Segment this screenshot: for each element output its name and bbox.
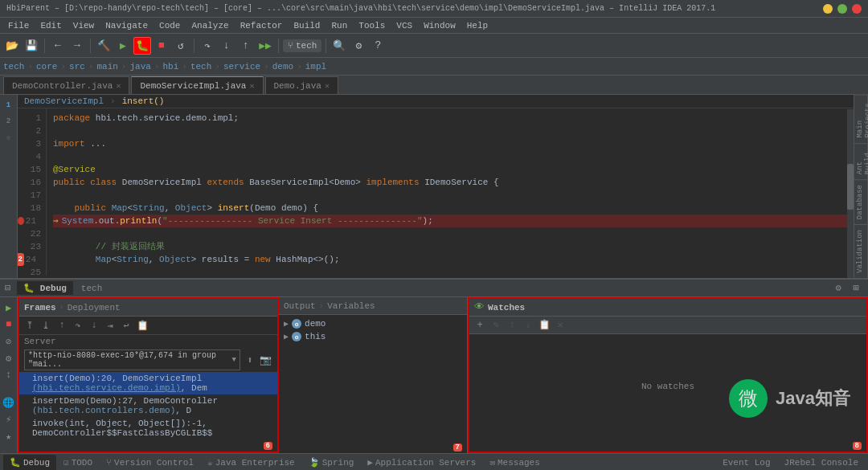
toolbar-settings[interactable]: ⚙ — [350, 37, 367, 55]
sidebar-fav[interactable]: ☆ — [2, 130, 16, 145]
menu-window[interactable]: Window — [419, 19, 461, 32]
rvt-ant-build[interactable]: Ant Build — [854, 143, 868, 179]
toolbar-stop[interactable]: ■ — [153, 37, 170, 55]
nav-hbi[interactable]: hbi — [162, 62, 178, 72]
toolbar-resume[interactable]: ▶▶ — [256, 37, 274, 55]
nav-tech2[interactable]: tech — [190, 62, 211, 72]
toolbar-branch[interactable]: ⑂ tech — [283, 39, 321, 52]
rvt-database[interactable]: Database — [854, 179, 868, 224]
frames-tb-1[interactable]: ⤒ — [23, 318, 37, 333]
watches-edit[interactable]: ✎ — [489, 318, 503, 333]
frame-item-0[interactable]: insert(Demo):20, DemoServiceImpl (hbi.te… — [19, 372, 277, 394]
tab-close-demoserviceimpl[interactable]: ✕ — [249, 81, 254, 91]
menu-file[interactable]: File — [3, 19, 34, 32]
frames-camera[interactable]: 📷 — [260, 353, 272, 367]
var-expand-this[interactable]: ▶ — [284, 332, 289, 341]
bottom-tab-je[interactable]: ☕ Java Enterprise — [201, 455, 301, 471]
bottom-tab-vc[interactable]: ⑂ Version Control — [100, 455, 200, 471]
tab-democontroller[interactable]: DemoController.java ✕ — [3, 76, 129, 94]
frames-tb-3[interactable]: ↑ — [55, 318, 69, 333]
variables-content[interactable]: ▶ o demo ▶ o this — [279, 315, 467, 440]
minimize-button[interactable] — [823, 4, 833, 14]
debug-mute[interactable]: ⊘ — [2, 334, 16, 349]
bottom-tab-appservers[interactable]: ▶ Application Servers — [361, 455, 482, 471]
frames-content[interactable]: insert(Demo):20, DemoServiceImpl (hbi.te… — [19, 372, 277, 439]
editor-scrollbar[interactable] — [847, 109, 854, 278]
debug-tab-debug[interactable]: 🐛 Debug — [17, 281, 73, 295]
close-button[interactable] — [852, 4, 862, 14]
menu-tools[interactable]: Tools — [354, 19, 390, 32]
watches-down[interactable]: ↓ — [521, 318, 535, 333]
frames-tb-6[interactable]: ⇥ — [103, 318, 117, 333]
bottom-tab-todo[interactable]: ☑ TODO — [57, 455, 99, 471]
toolbar-forward[interactable]: → — [68, 37, 86, 55]
menu-refactor[interactable]: Refactor — [235, 19, 288, 32]
tab-close-demo[interactable]: ✕ — [325, 81, 330, 91]
debug-stop[interactable]: ■ — [2, 317, 16, 332]
nav-service[interactable]: service — [223, 62, 260, 72]
toolbar-help[interactable]: ? — [369, 37, 387, 55]
nav-breadcrumb[interactable]: tech › core › src › main › java › hbi › … — [3, 62, 326, 72]
debug-collapse[interactable]: ⊟ — [5, 282, 10, 294]
menu-code[interactable]: Code — [154, 19, 185, 32]
tab-close-democontroller[interactable]: ✕ — [116, 81, 121, 91]
debug-resume[interactable]: ▶ — [2, 300, 16, 315]
bottom-tab-debug[interactable]: 🐛 Debug — [3, 455, 56, 471]
rvt-validation[interactable]: Validation — [854, 224, 868, 278]
tab-demoserviceimpl[interactable]: DemoServiceImpl.java ✕ — [131, 76, 263, 94]
menu-analyze[interactable]: Analyze — [186, 19, 233, 32]
tab-demo[interactable]: Demo.java ✕ — [265, 76, 338, 94]
rvt-main-projects[interactable]: Main Projects — [854, 95, 868, 143]
frame-item-1[interactable]: insertDemo(Demo):27, DemoController (hbi… — [19, 394, 277, 417]
debug-settings-2[interactable]: ⚙ — [2, 351, 16, 366]
editor-scrollbar-thumb[interactable] — [847, 164, 854, 210]
toolbar-back[interactable]: ← — [49, 37, 67, 55]
var-expand-demo[interactable]: ▶ — [284, 319, 289, 329]
nav-tech[interactable]: tech — [3, 62, 24, 72]
bottom-tab-messages[interactable]: ✉ Messages — [483, 455, 546, 471]
bottom-tab-spring[interactable]: 🍃 Spring — [302, 455, 361, 471]
menu-run[interactable]: Run — [326, 19, 352, 32]
debug-tab-tech[interactable]: tech — [76, 282, 107, 295]
debug-restore[interactable]: ↕ — [2, 368, 16, 382]
frame-item-2[interactable]: invoke(int, Object, Object[]):-1, DemoCo… — [19, 417, 277, 439]
menu-navigate[interactable]: Navigate — [100, 19, 153, 32]
sidebar-project[interactable]: 1 — [2, 98, 16, 112]
toolbar-step-out[interactable]: ↑ — [237, 37, 255, 55]
thread-dropdown-arrow[interactable]: ▼ — [232, 356, 236, 364]
debug-fav[interactable]: ★ — [2, 429, 16, 443]
code-content[interactable]: package hbi.tech.service.demo.impl; impo… — [47, 108, 854, 276]
nav-java[interactable]: java — [129, 62, 150, 72]
toolbar-restart[interactable]: ↺ — [172, 37, 190, 55]
frames-export[interactable]: ⬆ — [244, 353, 256, 367]
bottom-tab-eventlog[interactable]: Event Log — [716, 455, 776, 471]
var-item-demo[interactable]: ▶ o demo — [284, 318, 462, 329]
toolbar-build[interactable]: 🔨 — [95, 37, 113, 55]
watches-remove[interactable]: ✕ — [553, 318, 567, 333]
watches-copy[interactable]: 📋 — [537, 318, 551, 333]
frames-tb-4[interactable]: ↷ — [71, 318, 85, 333]
toolbar-step-into[interactable]: ↓ — [218, 37, 235, 55]
nav-demo[interactable]: demo — [272, 62, 293, 72]
bottom-tab-jrebel[interactable]: JRebel Console — [778, 455, 865, 471]
window-controls[interactable] — [823, 4, 862, 14]
toolbar-open[interactable]: 📂 — [3, 37, 21, 55]
menu-build[interactable]: Build — [289, 19, 325, 32]
frames-tb-7[interactable]: ↩ — [119, 318, 133, 333]
menu-help[interactable]: Help — [462, 19, 493, 32]
frames-tb-2[interactable]: ⤓ — [39, 318, 53, 333]
debug-rebel[interactable]: ⚡ — [2, 412, 16, 427]
frames-tb-8[interactable]: 📋 — [135, 318, 149, 333]
watches-add[interactable]: + — [473, 318, 487, 333]
editor-pane[interactable]: DemoServiceImpl › insert() 1 2 3 4 15 16… — [18, 95, 854, 278]
maximize-button[interactable] — [837, 4, 847, 14]
menu-edit[interactable]: Edit — [35, 19, 66, 32]
nav-src[interactable]: src — [69, 62, 85, 72]
menu-view[interactable]: View — [68, 19, 99, 32]
nav-core[interactable]: core — [36, 62, 57, 72]
sidebar-structure[interactable]: 2 — [2, 114, 16, 129]
code-area[interactable]: 1 2 3 4 15 16 17 18 21 22 23 224 — [18, 108, 854, 276]
thread-dropdown[interactable]: *http-nio-8080-exec-10*@17,674 in group … — [24, 349, 240, 370]
toolbar-save[interactable]: 💾 — [23, 37, 40, 55]
menu-vcs[interactable]: VCS — [391, 19, 417, 32]
